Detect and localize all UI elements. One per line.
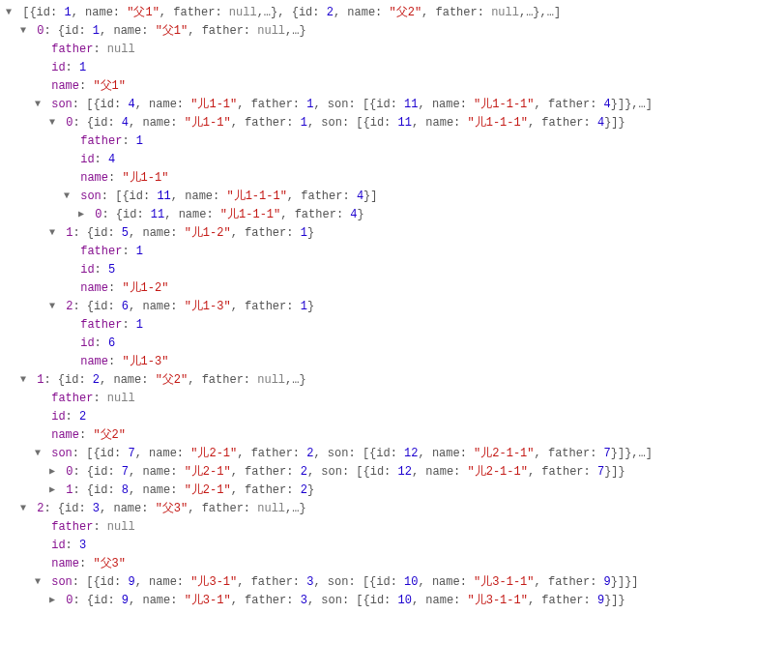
tree-row[interactable]: name: "儿1-2" xyxy=(4,279,780,298)
token-pun: , father: xyxy=(237,447,306,460)
tree-row[interactable]: id: 3 xyxy=(4,537,780,555)
token-pun: , father: xyxy=(231,465,301,479)
token-str: "父3" xyxy=(93,557,126,570)
token-key: father xyxy=(51,43,93,56)
token-num: 2 xyxy=(93,373,100,387)
token-pun: : xyxy=(122,245,135,258)
token-pun: : {id: xyxy=(73,300,121,313)
tree-row[interactable]: ▼ son: [{id: 7, name: "儿2-1", father: 2,… xyxy=(4,445,780,463)
arrow-right-icon[interactable]: ▶ xyxy=(78,205,88,223)
tree-row[interactable]: id: 4 xyxy=(4,151,780,169)
token-num: 3 xyxy=(301,594,307,607)
token-pun: , name: xyxy=(129,465,185,479)
token-str: "儿3-1" xyxy=(185,594,231,607)
tree-row[interactable]: name: "父2" xyxy=(4,426,780,445)
tree-row[interactable]: ▼ 0: {id: 4, name: "儿1-1", father: 1, so… xyxy=(4,114,780,132)
tree-row[interactable]: father: null xyxy=(4,518,780,537)
token-nul: null xyxy=(107,520,135,534)
tree-row[interactable]: father: 1 xyxy=(4,132,780,151)
token-pun: ,…},…] xyxy=(519,6,561,19)
tree-row[interactable]: name: "父3" xyxy=(4,555,780,573)
arrow-down-icon[interactable]: ▼ xyxy=(6,3,15,21)
tree-row[interactable]: ▼ 1: {id: 5, name: "儿1-2", father: 1} xyxy=(4,224,780,243)
token-key: son xyxy=(80,190,102,203)
tree-row[interactable]: ▶ 0: {id: 11, name: "儿1-1-1", father: 4} xyxy=(4,206,780,224)
arrow-right-icon[interactable]: ▶ xyxy=(49,591,59,609)
token-pun: : xyxy=(66,410,79,424)
token-pun: }]},…] xyxy=(611,447,653,460)
tree-row[interactable]: father: 1 xyxy=(4,243,780,261)
tree-row[interactable]: father: 1 xyxy=(4,316,780,335)
arrow-down-icon[interactable]: ▼ xyxy=(49,113,59,131)
token-pun: , name: xyxy=(100,502,156,515)
token-pun: }] xyxy=(363,190,377,203)
tree-row[interactable]: ▶ 0: {id: 7, name: "儿2-1", father: 2, so… xyxy=(4,463,780,482)
token-num: 10 xyxy=(404,575,418,589)
arrow-down-icon[interactable]: ▼ xyxy=(49,297,59,315)
tree-row[interactable]: id: 6 xyxy=(4,335,780,353)
tree-row[interactable]: name: "父1" xyxy=(4,77,780,96)
object-tree: ▼ [{id: 1, name: "父1", father: null,…}, … xyxy=(4,4,780,610)
token-nul: null xyxy=(229,6,257,19)
token-pun: : xyxy=(108,281,122,295)
token-pun: : xyxy=(108,171,122,185)
token-pun: , father: xyxy=(231,300,301,313)
tree-row[interactable]: ▶ 1: {id: 8, name: "儿2-1", father: 2} xyxy=(4,482,780,500)
tree-row[interactable]: ▼ son: [{id: 9, name: "儿3-1", father: 3,… xyxy=(4,573,780,592)
token-pun: }]},…] xyxy=(611,98,653,111)
tree-row[interactable]: ▼ son: [{id: 11, name: "儿1-1-1", father:… xyxy=(4,188,780,206)
token-pun: , father: xyxy=(160,6,229,19)
token-num: 1 xyxy=(301,226,307,240)
tree-row[interactable]: ▼ [{id: 1, name: "父1", father: null,…}, … xyxy=(4,4,780,22)
token-pun: , name: xyxy=(129,300,185,313)
tree-row[interactable]: ▼ 2: {id: 3, name: "父3", father: null,…} xyxy=(4,500,780,518)
token-str: "儿3-1" xyxy=(190,575,237,589)
token-pun: : [{id: xyxy=(73,447,129,460)
token-str: "父1" xyxy=(156,24,189,38)
arrow-right-icon[interactable]: ▶ xyxy=(49,462,59,481)
tree-row[interactable]: name: "儿1-3" xyxy=(4,353,780,371)
token-str: "儿1-1-1" xyxy=(226,190,286,203)
tree-row[interactable]: id: 1 xyxy=(4,59,780,77)
arrow-down-icon[interactable]: ▼ xyxy=(20,370,30,389)
arrow-down-icon[interactable]: ▼ xyxy=(35,95,44,113)
token-str: "儿1-2" xyxy=(185,226,231,240)
token-num: 1 xyxy=(301,116,307,130)
token-str: "儿2-1-1" xyxy=(468,465,528,479)
token-str: "儿2-1-1" xyxy=(474,447,534,460)
token-str: "儿1-1-1" xyxy=(468,116,528,130)
token-pun: ,…} xyxy=(285,24,306,38)
tree-row[interactable]: name: "儿1-1" xyxy=(4,169,780,188)
token-pun: : xyxy=(93,43,106,56)
tree-row[interactable]: ▶ 0: {id: 9, name: "儿3-1", father: 3, so… xyxy=(4,592,780,610)
arrow-down-icon[interactable]: ▼ xyxy=(20,21,30,40)
token-num: 7 xyxy=(122,465,129,479)
arrow-down-icon[interactable]: ▼ xyxy=(35,444,44,462)
tree-row[interactable]: ▼ 1: {id: 2, name: "父2", father: null,…} xyxy=(4,371,780,390)
tree-row[interactable]: ▼ son: [{id: 4, name: "儿1-1", father: 1,… xyxy=(4,96,780,114)
tree-row[interactable]: ▼ 2: {id: 6, name: "儿1-3", father: 1} xyxy=(4,298,780,316)
token-pun: : xyxy=(95,263,108,277)
token-num: 9 xyxy=(128,575,134,589)
token-key: name xyxy=(51,557,79,570)
tree-row[interactable]: father: null xyxy=(4,390,780,408)
token-pun: , father: xyxy=(421,6,491,19)
token-pun: id: xyxy=(37,6,65,19)
token-key: name xyxy=(80,171,108,185)
tree-row[interactable]: father: null xyxy=(4,41,780,59)
arrow-down-icon[interactable]: ▼ xyxy=(49,223,59,242)
tree-row[interactable]: id: 5 xyxy=(4,261,780,279)
tree-row[interactable]: id: 2 xyxy=(4,408,780,426)
arrow-right-icon[interactable]: ▶ xyxy=(49,481,59,499)
token-pun: , name: xyxy=(171,190,227,203)
token-pun: ,…} xyxy=(285,502,306,515)
arrow-down-icon[interactable]: ▼ xyxy=(35,572,44,591)
token-pun: , name: xyxy=(129,116,185,130)
arrow-down-icon[interactable]: ▼ xyxy=(20,499,30,517)
token-pun: : {id: xyxy=(73,116,121,130)
token-key: id xyxy=(80,263,94,277)
token-pun: : xyxy=(95,153,108,166)
token-pun: : xyxy=(95,336,108,350)
tree-row[interactable]: ▼ 0: {id: 1, name: "父1", father: null,…} xyxy=(4,22,780,41)
arrow-down-icon[interactable]: ▼ xyxy=(64,187,73,205)
